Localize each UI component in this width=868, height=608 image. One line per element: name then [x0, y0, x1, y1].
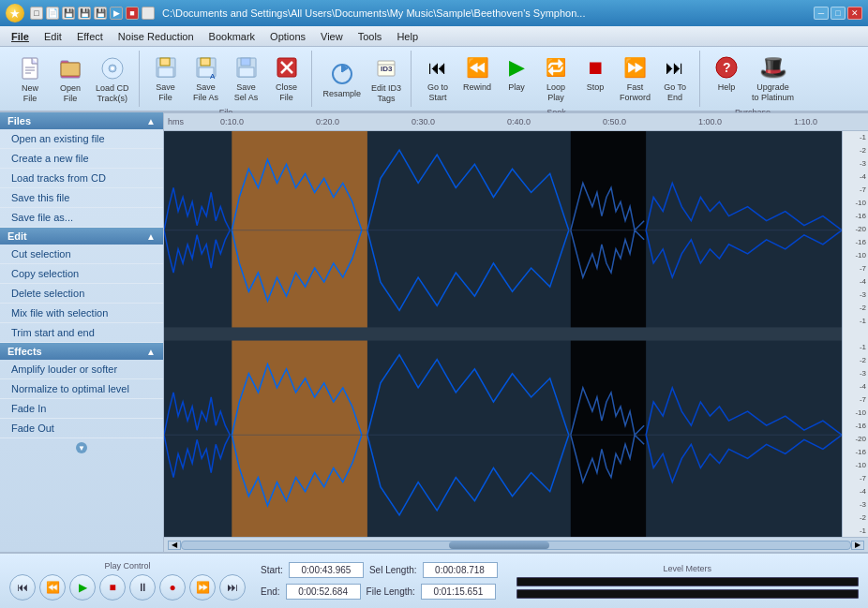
loop-play-button[interactable]: 🔁 LoopPlay: [537, 51, 575, 105]
save-as-button[interactable]: A SaveFile As: [187, 51, 225, 105]
menu-edit[interactable]: Edit: [37, 29, 69, 44]
scrollbar-track[interactable]: [181, 541, 851, 550]
db-label-10a: -10: [845, 199, 866, 207]
close-button[interactable]: ✕: [847, 7, 862, 20]
stop-icon: ⏹: [580, 52, 610, 82]
edit-id3-button[interactable]: ID3 Edit ID3Tags: [367, 52, 405, 106]
title-bar: ★ □ 📄 💾 💾 💾 ▶ ■ C:\Documents and Setting…: [0, 0, 868, 26]
play-button[interactable]: ▶ Play: [498, 51, 535, 105]
effects-section-header[interactable]: Effects ▲: [0, 343, 163, 360]
sidebar-trim-start[interactable]: Trim start and end: [0, 323, 163, 343]
start-label: Start:: [261, 565, 283, 575]
db-label-10b: -10: [845, 251, 866, 260]
main-content: Files ▲ Open an existing file Create a n…: [0, 112, 868, 552]
sidebar-save-as[interactable]: Save file as...: [0, 208, 163, 228]
scroll-right-arrow[interactable]: ▶: [851, 541, 864, 550]
end-field-row: End: 0:00:52.684 File Length: 0:01:15.65…: [261, 584, 498, 600]
start-field-row: Start: 0:00:43.965 Sel Length: 0:00:08.7…: [261, 562, 498, 578]
sidebar-load-cd[interactable]: Load tracks from CD: [0, 169, 163, 188]
go-end-icon: ⏭: [660, 52, 690, 82]
ctrl-pause[interactable]: ⏸: [129, 574, 156, 601]
maximize-button[interactable]: □: [831, 7, 846, 20]
menu-help[interactable]: Help: [389, 29, 426, 44]
effects-collapse-icon: ▲: [146, 347, 156, 357]
end-label: End:: [261, 586, 280, 597]
waveform-svg: [164, 131, 842, 537]
files-section-header[interactable]: Files ▲: [0, 112, 163, 129]
horizontal-scrollbar[interactable]: ◀ ▶: [164, 537, 868, 552]
go-start-button[interactable]: ⏮ Go toStart: [419, 51, 456, 105]
ctrl-record[interactable]: ●: [159, 574, 186, 601]
sel-length-value: 0:00:08.718: [423, 562, 498, 578]
sidebar-save-file[interactable]: Save this file: [0, 188, 163, 208]
edit-id3-icon: ID3: [371, 53, 401, 83]
menu-tools[interactable]: Tools: [351, 29, 390, 44]
minimize-button[interactable]: ─: [814, 7, 829, 20]
stop-button[interactable]: ⏹ Stop: [576, 51, 614, 105]
sidebar-open-existing[interactable]: Open an existing file: [0, 129, 163, 149]
save-label: SaveFile: [156, 82, 175, 103]
ctrl-go-start[interactable]: ⏮: [9, 574, 36, 601]
rewind-button[interactable]: ⏪ Rewind: [458, 51, 496, 105]
go-end-button[interactable]: ⏭ Go ToEnd: [656, 51, 694, 105]
ctrl-stop[interactable]: ■: [99, 574, 126, 601]
menu-effect[interactable]: Effect: [69, 29, 111, 44]
close-file-button[interactable]: CloseFile: [268, 51, 306, 105]
save-sel-button[interactable]: SaveSel As: [228, 51, 265, 105]
ctrl-go-end[interactable]: ⏭: [219, 574, 246, 601]
db-label-16a: -16: [845, 212, 866, 220]
db-label-20b: -20: [845, 435, 866, 443]
sidebar-mix-file[interactable]: Mix file with selection: [0, 304, 163, 323]
svg-rect-14: [201, 58, 210, 66]
ctrl-play[interactable]: ▶: [69, 574, 96, 601]
db-label-3c: -3: [845, 369, 866, 378]
menu-file[interactable]: File: [4, 29, 37, 44]
toolbar-edit-group: Resample ID3 Edit ID3Tags: [314, 51, 412, 107]
open-file-button[interactable]: OpenFile: [52, 52, 89, 106]
db-label-7c: -7: [845, 395, 866, 404]
sidebar-create-new[interactable]: Create a new file: [0, 149, 163, 169]
time-40: 0:40.0: [507, 117, 531, 126]
db-label-10c: -10: [845, 408, 866, 417]
save-button[interactable]: SaveFile: [147, 51, 185, 105]
sidebar-cut-selection[interactable]: Cut selection: [0, 245, 163, 264]
level-meters-group: Level Meters: [516, 564, 859, 599]
sel-length-label: Sel Length:: [369, 565, 417, 575]
help-button[interactable]: ? Help: [708, 51, 745, 105]
edit-id3-label: Edit ID3Tags: [371, 83, 401, 104]
help-icon: ?: [711, 52, 741, 82]
sidebar-delete-selection[interactable]: Delete selection: [0, 284, 163, 304]
load-cd-button[interactable]: Load CDTrack(s): [92, 52, 133, 106]
edit-section-header[interactable]: Edit ▲: [0, 228, 163, 245]
sidebar-normalize[interactable]: Normalize to optimal level: [0, 379, 163, 399]
upgrade-button[interactable]: 🎩 Upgradeto Platinum: [748, 51, 798, 105]
db-label-3d: -3: [845, 500, 866, 509]
sidebar-fade-in[interactable]: Fade In: [0, 399, 163, 419]
db-label-16d: -16: [845, 448, 866, 456]
db-label-7d: -7: [845, 474, 866, 482]
db-label-20: -20: [845, 225, 866, 233]
new-file-button[interactable]: NewFile: [11, 52, 49, 106]
menu-bar: File Edit Effect Noise Reduction Bookmar…: [0, 26, 868, 47]
play-control-group: Play Control ⏮ ⏪ ▶ ■ ⏸ ● ⏩ ⏭: [9, 561, 246, 601]
toolbar-save-group: SaveFile A SaveFile As: [142, 51, 312, 107]
ctrl-fast-fwd[interactable]: ⏩: [189, 574, 216, 601]
load-cd-icon: [97, 53, 127, 83]
time-50: 0:50.0: [603, 117, 626, 126]
menu-bookmark[interactable]: Bookmark: [202, 29, 263, 44]
scrollbar-thumb[interactable]: [449, 541, 549, 549]
ctrl-rewind[interactable]: ⏪: [39, 574, 66, 601]
db-label-3b: -3: [845, 290, 866, 299]
sidebar-fade-out[interactable]: Fade Out: [0, 419, 163, 438]
sidebar-scroll-down[interactable]: ▼: [76, 442, 87, 453]
fast-forward-button[interactable]: ⏩ FastForword: [616, 51, 654, 105]
sidebar-copy-selection[interactable]: Copy selection: [0, 264, 163, 284]
resample-button[interactable]: Resample: [320, 57, 366, 101]
menu-noise[interactable]: Noise Reduction: [111, 29, 202, 44]
save-icon: [151, 52, 181, 82]
menu-view[interactable]: View: [313, 29, 351, 44]
fast-forward-label: FastForword: [620, 82, 651, 103]
menu-options[interactable]: Options: [262, 29, 313, 44]
scroll-left-arrow[interactable]: ◀: [168, 541, 181, 550]
sidebar-amplify[interactable]: Amplify louder or softer: [0, 360, 163, 379]
